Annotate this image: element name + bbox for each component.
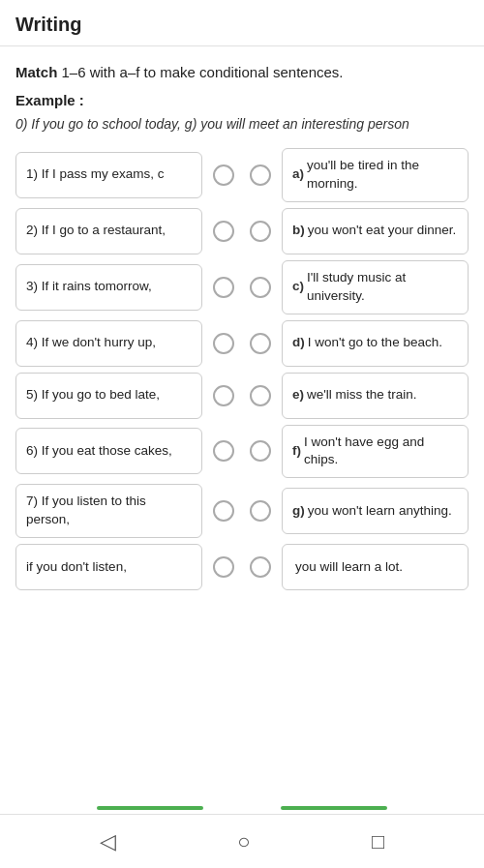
- radio-right-7[interactable]: [250, 500, 271, 522]
- instructions-text: Match 1–6 with a–f to make conditional s…: [15, 62, 469, 82]
- right-item-8: you will learn a lot.: [282, 544, 469, 590]
- radio-left-2[interactable]: [213, 221, 234, 242]
- radio-right-1[interactable]: [250, 165, 271, 186]
- match-row: 5) If you go to bed late, e)we'll miss t…: [15, 373, 469, 419]
- radio-right-6[interactable]: [250, 440, 271, 462]
- radio-col-left-7: [208, 500, 239, 522]
- radio-col-right-1: [245, 165, 276, 186]
- progress-right: [281, 806, 387, 810]
- radio-left-1[interactable]: [213, 165, 234, 186]
- progress-bar-area: [0, 800, 484, 814]
- radio-col-right-3: [245, 277, 276, 298]
- radio-col-left-2: [208, 221, 239, 242]
- match-row: 6) If you eat those cakes, f)I won't hav…: [15, 425, 469, 479]
- radio-right-5[interactable]: [250, 385, 271, 406]
- radio-col-right-4: [245, 333, 276, 354]
- bottom-nav-bar: ◁ ○ □: [0, 814, 484, 868]
- home-button[interactable]: ○: [237, 829, 250, 854]
- match-row: 2) If I go to a restaurant, b)you won't …: [15, 208, 469, 254]
- radio-left-5[interactable]: [213, 385, 234, 406]
- radio-col-right-7: [245, 500, 276, 522]
- match-row: 4) If we don't hurry up, d)I won't go to…: [15, 320, 469, 367]
- right-item-5: e)we'll miss the train.: [282, 373, 469, 419]
- example-text: 0) If you go to school today, g) you wil…: [15, 114, 469, 135]
- example-label: Example :: [15, 92, 469, 108]
- radio-col-right-2: [245, 221, 276, 242]
- radio-left-6[interactable]: [213, 440, 234, 462]
- recent-button[interactable]: □: [372, 829, 384, 854]
- radio-right-8[interactable]: [250, 556, 271, 578]
- radio-left-8[interactable]: [213, 556, 234, 578]
- radio-left-4[interactable]: [213, 333, 234, 354]
- right-item-1: a)you'll be tired in the morning.: [282, 148, 469, 202]
- radio-col-left-4: [208, 333, 239, 354]
- radio-col-left-8: [208, 556, 239, 578]
- radio-col-right-8: [245, 556, 276, 578]
- match-row: 1) If I pass my exams, c a)you'll be tir…: [15, 148, 469, 202]
- radio-right-3[interactable]: [250, 277, 271, 298]
- match-row: 3) If it rains tomorrow, c)I'll study mu…: [15, 260, 469, 314]
- right-item-4: d)I won't go to the beach.: [282, 320, 469, 367]
- right-item-3: c)I'll study music at university.: [282, 260, 469, 314]
- page-title: Writing: [15, 14, 82, 35]
- instructions-rest: 1–6 with a–f to make conditional sentenc…: [57, 64, 343, 80]
- left-item-3: 3) If it rains tomorrow,: [15, 264, 202, 311]
- left-item-2: 2) If I go to a restaurant,: [15, 208, 202, 254]
- radio-col-left-3: [208, 277, 239, 298]
- left-item-5: 5) If you go to bed late,: [15, 373, 202, 419]
- match-row: if you don't listen, you will learn a lo…: [15, 544, 469, 590]
- left-item-8: if you don't listen,: [15, 544, 202, 590]
- radio-col-left-1: [208, 165, 239, 186]
- left-item-4: 4) If we don't hurry up,: [15, 320, 202, 367]
- main-content: Match 1–6 with a–f to make conditional s…: [0, 46, 484, 800]
- radio-right-2[interactable]: [250, 221, 271, 242]
- right-item-2: b)you won't eat your dinner.: [282, 208, 469, 254]
- right-item-6: f)I won't have egg and chips.: [282, 425, 469, 479]
- left-item-1: 1) If I pass my exams, c: [15, 152, 202, 198]
- radio-col-left-6: [208, 440, 239, 462]
- right-item-7: g)you won't learn anything.: [282, 488, 469, 534]
- radio-right-4[interactable]: [250, 333, 271, 354]
- back-button[interactable]: ◁: [100, 829, 116, 854]
- match-row: 7) If you listen to this person, g)you w…: [15, 484, 469, 538]
- app-bar: Writing: [0, 0, 484, 46]
- progress-left: [97, 806, 203, 810]
- matching-area: 1) If I pass my exams, c a)you'll be tir…: [15, 148, 469, 590]
- radio-col-left-5: [208, 385, 239, 406]
- radio-left-3[interactable]: [213, 277, 234, 298]
- left-item-7: 7) If you listen to this person,: [15, 484, 202, 538]
- radio-col-right-5: [245, 385, 276, 406]
- radio-col-right-6: [245, 440, 276, 462]
- radio-left-7[interactable]: [213, 500, 234, 522]
- instructions-bold: Match: [15, 64, 57, 80]
- left-item-6: 6) If you eat those cakes,: [15, 428, 202, 474]
